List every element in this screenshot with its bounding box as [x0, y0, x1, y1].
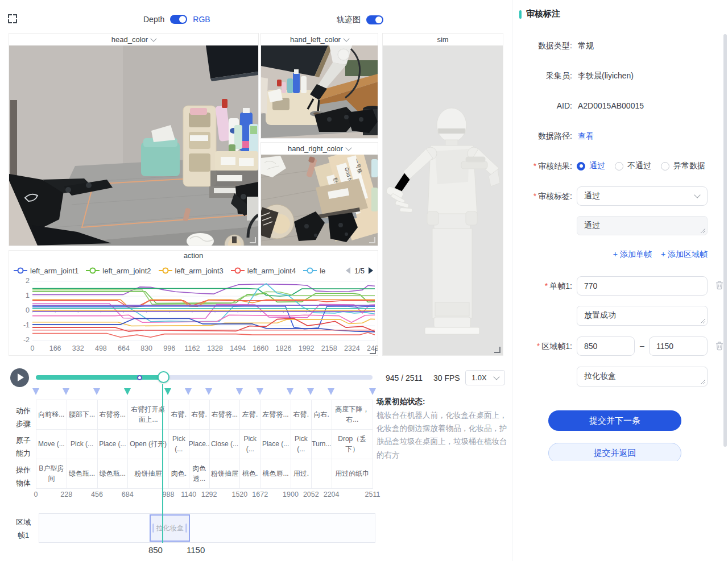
atomic-ability-cell: Place (...: [98, 430, 129, 459]
collector-label: 采集员:: [515, 71, 572, 81]
speed-select[interactable]: 1.0X: [465, 370, 505, 385]
radio-selected-icon[interactable]: [577, 162, 585, 171]
hand-right-camera-select[interactable]: hand_right_color: [261, 143, 378, 155]
step-marker[interactable]: [307, 388, 314, 395]
resize-corner-icon[interactable]: [369, 237, 375, 243]
region-segment-label: 拉化妆盒: [156, 523, 184, 533]
pager-prev-icon[interactable]: [346, 267, 350, 274]
head-camera-select[interactable]: head_color: [9, 34, 258, 45]
y-tick: 1: [15, 292, 30, 300]
panel-scrollbar[interactable]: [723, 34, 727, 447]
x-tick: 1660: [248, 344, 273, 352]
review-result-option[interactable]: 不通过: [615, 161, 651, 171]
single-frame-input[interactable]: [577, 276, 708, 296]
radio-icon[interactable]: [615, 162, 623, 171]
playback-slider[interactable]: [36, 375, 373, 380]
slider-handle[interactable]: [158, 371, 169, 383]
slider-fill: [36, 375, 163, 380]
step-marker[interactable]: [63, 388, 69, 395]
object-cell: 肉色透...: [189, 459, 210, 489]
chart-series-line: [32, 333, 375, 337]
object-cell: 用过.: [291, 459, 312, 489]
fullscreen-icon[interactable]: [8, 14, 17, 23]
resize-corner-icon[interactable]: [370, 348, 376, 354]
delete-region-frame-icon[interactable]: [715, 341, 724, 351]
single-frame-label: *单帧1:: [515, 281, 572, 292]
legend-item-le[interactable]: le: [303, 267, 325, 275]
step-marker-active[interactable]: [164, 388, 171, 395]
region-start-label: 850: [138, 545, 172, 555]
add-region-frame-link[interactable]: + 添加区域帧: [661, 250, 708, 260]
resize-corner-icon[interactable]: [494, 347, 500, 353]
legend-marker-icon: [303, 267, 317, 274]
atomic-ability-cell: Turn...: [312, 430, 332, 459]
add-single-frame-link[interactable]: + 添加单帧: [613, 250, 652, 260]
region-segment[interactable]: 拉化妆盒: [150, 514, 190, 542]
legend-marker-icon: [14, 267, 27, 274]
tag-select-value: 通过: [584, 191, 600, 201]
step-marker[interactable]: [236, 388, 243, 395]
submit-return-button[interactable]: 提交并返回: [548, 443, 681, 461]
step-marker[interactable]: [205, 388, 212, 395]
step-marker[interactable]: [369, 388, 376, 395]
delete-single-frame-icon[interactable]: [715, 280, 724, 290]
atomic-ability-cell: Place (...: [260, 430, 291, 459]
fps-label: 30 FPS: [433, 373, 460, 383]
scene-state-label: 场景初始状态:: [377, 397, 509, 407]
region-track[interactable]: [39, 513, 375, 543]
pager-next-icon[interactable]: [369, 267, 373, 274]
x-tick: 1826: [271, 344, 296, 352]
x-tick: 830: [134, 344, 159, 352]
single-frame-note-text: 放置成功: [584, 310, 616, 319]
step-marker[interactable]: [257, 388, 263, 395]
hand-left-camera-select[interactable]: hand_left_color: [261, 34, 378, 45]
play-button[interactable]: [10, 368, 29, 387]
step-marker[interactable]: [287, 388, 293, 395]
tag-select[interactable]: 通过: [577, 186, 708, 206]
action-step-cell: 向右.: [312, 400, 332, 430]
annotation-review-app: Depth RGB 轨迹图 head_color: [0, 0, 728, 561]
region-handle-left[interactable]: [152, 523, 154, 533]
submit-next-button[interactable]: 提交并下一条: [548, 410, 681, 431]
x-tick: 1162: [180, 344, 205, 352]
region-start-input[interactable]: [577, 336, 635, 356]
step-marker[interactable]: [328, 388, 334, 395]
step-marker-active[interactable]: [124, 388, 131, 395]
action-step-cell: 左臂.: [240, 400, 260, 430]
title-accent-bar: [519, 10, 522, 19]
resize-handle-icon[interactable]: [700, 228, 706, 234]
step-marker[interactable]: [185, 388, 192, 395]
resize-corner-icon[interactable]: [250, 237, 256, 243]
tag-label: *审核标签:: [515, 192, 572, 202]
radio-icon[interactable]: [661, 162, 669, 171]
x-tick: 996: [157, 344, 182, 352]
legend-item-left_arm_joint2[interactable]: left_arm_joint2: [86, 267, 151, 275]
hand-left-camera-panel: hand_left_color: [260, 33, 378, 139]
resize-handle-icon[interactable]: [700, 379, 706, 385]
object-cell: B户型房间: [36, 459, 67, 489]
resize-handle-icon[interactable]: [700, 318, 706, 324]
action-step-cell: 右臂将...: [210, 400, 241, 430]
y-tick: 2: [15, 277, 30, 285]
frame-axis-tick: 684: [115, 491, 140, 498]
legend-item-left_arm_joint3[interactable]: left_arm_joint3: [159, 267, 224, 275]
step-marker[interactable]: [32, 388, 39, 395]
review-result-option[interactable]: 异常数据: [661, 161, 705, 171]
region-handle-right[interactable]: [185, 523, 187, 533]
single-frame-note-box[interactable]: 放置成功: [577, 306, 708, 326]
step-marker[interactable]: [93, 388, 100, 395]
frame-axis-tick: 0: [23, 491, 48, 498]
trajectory-toggle[interactable]: [366, 15, 383, 24]
tag-note-box[interactable]: 通过: [577, 216, 708, 235]
review-result-option[interactable]: 通过: [577, 161, 605, 171]
data-path-view-link[interactable]: 查看: [578, 131, 594, 142]
row-label-atomic-ability: 原子能力: [14, 434, 32, 460]
review-title: 审核标注: [526, 9, 560, 19]
legend-item-left_arm_joint4[interactable]: left_arm_joint4: [231, 267, 296, 275]
legend-item-left_arm_joint1[interactable]: left_arm_joint1: [14, 267, 78, 275]
depth-rgb-toggle[interactable]: [170, 15, 187, 24]
single-frame-dot-marker[interactable]: [137, 375, 142, 380]
region-end-input[interactable]: [649, 336, 708, 356]
region-note-box[interactable]: 拉化妆盒: [577, 367, 708, 387]
chevron-down-icon: [345, 144, 351, 151]
